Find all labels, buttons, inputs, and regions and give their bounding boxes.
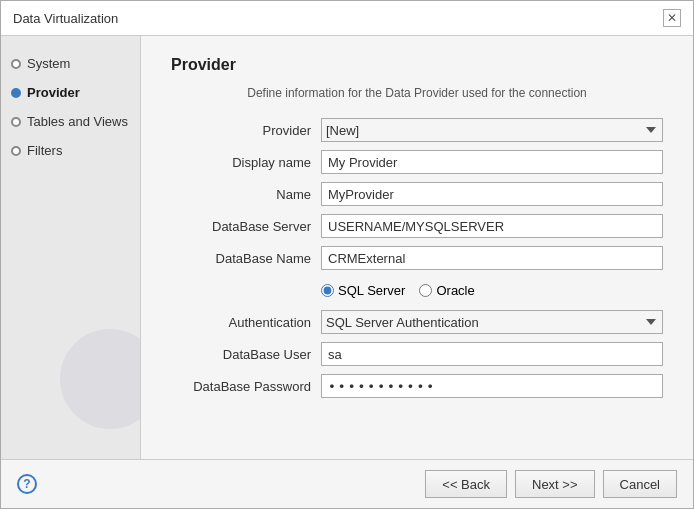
- sidebar-label-provider: Provider: [27, 85, 80, 100]
- db-name-label: DataBase Name: [171, 251, 311, 266]
- back-button[interactable]: << Back: [425, 470, 507, 498]
- sidebar-item-filters[interactable]: Filters: [11, 143, 130, 158]
- name-label: Name: [171, 187, 311, 202]
- subtitle: Define information for the Data Provider…: [171, 86, 663, 100]
- sidebar-dot-filters: [11, 146, 21, 156]
- radio-sql-server[interactable]: SQL Server: [321, 283, 405, 298]
- title-bar: Data Virtualization ✕: [1, 1, 693, 36]
- sidebar: System Provider Tables and Views Filters: [1, 36, 141, 459]
- db-password-input[interactable]: [321, 374, 663, 398]
- provider-select[interactable]: [New]: [321, 118, 663, 142]
- db-user-input[interactable]: [321, 342, 663, 366]
- radio-oracle[interactable]: Oracle: [419, 283, 474, 298]
- auth-label: Authentication: [171, 315, 311, 330]
- sidebar-dot-system: [11, 59, 21, 69]
- display-name-label: Display name: [171, 155, 311, 170]
- help-button[interactable]: ?: [17, 474, 37, 494]
- sidebar-item-system[interactable]: System: [11, 56, 130, 71]
- auth-select[interactable]: SQL Server Authentication: [321, 310, 663, 334]
- provider-label: Provider: [171, 123, 311, 138]
- sidebar-label-system: System: [27, 56, 70, 71]
- dialog: Data Virtualization ✕ System Provider Ta…: [0, 0, 694, 509]
- db-user-label: DataBase User: [171, 347, 311, 362]
- cancel-button[interactable]: Cancel: [603, 470, 677, 498]
- close-button[interactable]: ✕: [663, 9, 681, 27]
- display-name-input[interactable]: [321, 150, 663, 174]
- radio-sql-server-label: SQL Server: [338, 283, 405, 298]
- footer: ? << Back Next >> Cancel: [1, 459, 693, 508]
- dialog-title: Data Virtualization: [13, 11, 118, 26]
- next-button[interactable]: Next >>: [515, 470, 595, 498]
- radio-oracle-input[interactable]: [419, 284, 432, 297]
- main-content: Provider Define information for the Data…: [141, 36, 693, 459]
- sidebar-dot-provider: [11, 88, 21, 98]
- sidebar-label-filters: Filters: [27, 143, 62, 158]
- dialog-body: System Provider Tables and Views Filters…: [1, 36, 693, 459]
- db-server-input[interactable]: [321, 214, 663, 238]
- footer-buttons: << Back Next >> Cancel: [425, 470, 677, 498]
- db-name-input[interactable]: [321, 246, 663, 270]
- db-password-label: DataBase Password: [171, 379, 311, 394]
- sidebar-label-tables-views: Tables and Views: [27, 114, 128, 129]
- db-server-label: DataBase Server: [171, 219, 311, 234]
- auth-radio-group: SQL Server Oracle: [321, 278, 663, 302]
- page-title: Provider: [171, 56, 663, 74]
- radio-sql-server-input[interactable]: [321, 284, 334, 297]
- sidebar-dot-tables-views: [11, 117, 21, 127]
- name-input[interactable]: [321, 182, 663, 206]
- sidebar-item-tables-views[interactable]: Tables and Views: [11, 114, 130, 129]
- radio-oracle-label: Oracle: [436, 283, 474, 298]
- sidebar-item-provider[interactable]: Provider: [11, 85, 130, 100]
- form-grid: Provider [New] Display name Name DataBas…: [171, 118, 663, 398]
